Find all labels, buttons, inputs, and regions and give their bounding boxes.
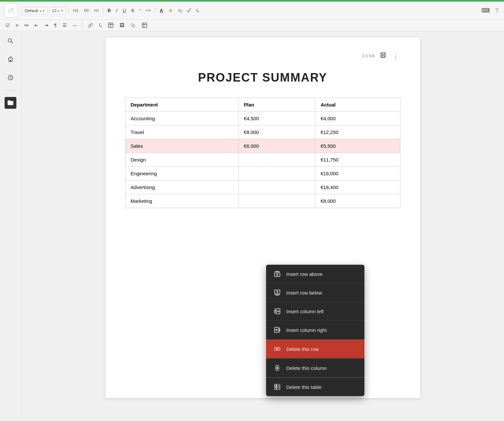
page-title: PROJECT SUMMARY	[125, 71, 400, 85]
keyboard-button[interactable]: ⌨	[480, 6, 492, 15]
quote-icon: "	[140, 8, 141, 13]
ctx-delete-table-label: Delete this table	[286, 384, 322, 390]
cell-actual: €12,250	[315, 125, 400, 139]
outdent-button[interactable]: ⇤	[33, 22, 40, 29]
insert-row-above-icon	[273, 269, 282, 278]
cell-actual: €4,000	[315, 112, 400, 125]
context-menu: Insert row above	[266, 265, 364, 396]
clear-format-icon: Ix	[196, 8, 199, 13]
superscript-button[interactable]: x2	[185, 7, 193, 14]
svg-rect-36	[274, 384, 280, 390]
delete-col-icon	[273, 363, 282, 373]
cell-dept: Marketing	[125, 194, 239, 208]
outdent-icon: ⇤	[34, 23, 38, 28]
indent-button[interactable]: ⇥	[43, 22, 50, 29]
h3-label: H3	[94, 9, 99, 12]
more-options-icon: ⋮	[392, 52, 399, 60]
delete-row-icon	[273, 344, 282, 354]
font-name-value: Default	[25, 8, 38, 13]
formula-button[interactable]: fx	[97, 21, 104, 29]
cell-plan: €4,500	[239, 112, 315, 125]
sidebar-item-search[interactable]	[5, 35, 16, 47]
cell-plan	[239, 181, 315, 194]
main-layout: 3.5 KB ⋮ PROJECT SUMMARY	[0, 31, 504, 421]
doc-file-size: 3.5 KB	[362, 53, 375, 58]
h2-button[interactable]: H2	[82, 7, 90, 14]
svg-rect-9	[381, 53, 385, 57]
ctx-delete-row-label: Delete this row	[286, 346, 319, 352]
bullet-list-icon: •≡	[24, 23, 29, 28]
toolbar-divider-2	[103, 7, 103, 14]
sidebar-item-home[interactable]	[5, 53, 16, 65]
svg-rect-3	[142, 23, 147, 28]
insert-table-button[interactable]	[140, 21, 149, 29]
table-header-row: Department Plan Actual	[125, 98, 400, 112]
h1-button[interactable]: H1	[71, 7, 80, 14]
align-button[interactable]: ☰	[61, 22, 68, 29]
indent-icon: ⇥	[44, 23, 48, 28]
attachment-button[interactable]: 📎	[128, 22, 137, 29]
cell-dept: Sales	[125, 139, 239, 153]
underline-icon: U	[123, 8, 126, 13]
link-button[interactable]: 🔗	[86, 22, 95, 29]
sidebar-item-history[interactable]	[5, 72, 16, 84]
formula-icon: fx	[99, 22, 102, 28]
table-row-selected: Sales €6,000 €5,500	[125, 139, 400, 153]
ordered-list-button[interactable]: ≡	[14, 22, 20, 29]
table-row: Advertising €18,400	[125, 181, 400, 194]
image-button[interactable]: 🖼	[118, 22, 126, 29]
ctx-delete-col[interactable]: Delete this column	[266, 359, 364, 377]
help-button[interactable]: ?	[494, 6, 500, 15]
paragraph-icon: ¶	[54, 23, 57, 28]
h3-button[interactable]: H3	[92, 8, 100, 13]
cell-plan: €8,000	[239, 125, 315, 139]
ctx-insert-row-below[interactable]: Insert row below	[266, 283, 364, 302]
highlight-button[interactable]: A	[167, 7, 175, 14]
svg-rect-10	[382, 53, 384, 54]
underline-button[interactable]: U	[121, 7, 127, 14]
quote-button[interactable]: "	[138, 7, 143, 14]
clear-format-button[interactable]: Ix	[195, 7, 201, 14]
ctx-insert-row-above[interactable]: Insert row above	[266, 265, 364, 283]
strikethrough-button[interactable]: S	[129, 7, 136, 14]
ctx-insert-col-right[interactable]: Insert column right	[266, 321, 364, 339]
data-table: Department Plan Actual Accounting €4,500…	[125, 98, 400, 208]
more-options-button[interactable]: ⋮	[391, 51, 400, 61]
h2-label: H2	[84, 8, 89, 13]
font-size-selector[interactable]: 13 ▲▼	[49, 7, 66, 14]
ctx-insert-row-above-label: Insert row above	[286, 271, 323, 277]
code-icon: <>	[146, 8, 151, 13]
checklist-icon: ☑	[6, 23, 10, 28]
h1-label: H1	[73, 8, 79, 13]
table-icon	[108, 22, 114, 28]
cell-dept: Design	[125, 153, 239, 167]
cell-plan	[239, 153, 315, 167]
table-row: Engineering €16,000	[125, 167, 400, 181]
code-button[interactable]: <>	[145, 7, 152, 14]
cell-dept: Engineering	[125, 167, 239, 181]
subscript-button[interactable]: x2	[177, 7, 184, 14]
toolbar-row-2: ☑ ≡ •≡ ⇤ ⇥ ¶ ☰ — 🔗 fx 🖼 📎	[0, 20, 504, 31]
table-button[interactable]	[106, 21, 115, 29]
font-name-selector[interactable]: Default ▲▼	[22, 7, 48, 14]
bullet-list-button[interactable]: •≡	[23, 22, 30, 29]
paragraph-button[interactable]: ¶	[52, 22, 58, 29]
bold-button[interactable]: B	[106, 7, 112, 14]
table-row: Marketing €8,000	[125, 194, 400, 208]
sidebar-item-folder[interactable]	[5, 97, 16, 109]
table-row: Travel €8,000 €12,250	[125, 125, 400, 139]
ctx-insert-col-left[interactable]: Insert column left	[266, 302, 364, 321]
font-color-button[interactable]: A	[158, 7, 165, 14]
hr-button[interactable]: —	[71, 22, 79, 29]
ctx-delete-row[interactable]: Delete this row	[266, 340, 364, 358]
italic-button[interactable]: I	[114, 7, 119, 14]
cell-actual: €8,000	[315, 194, 400, 208]
cell-actual: €18,400	[315, 181, 400, 194]
toolbar-row-1: 📄 Default ▲▼ 13 ▲▼ H1 H2 H3 B I U S " <>…	[0, 2, 504, 20]
col-actual: Actual	[315, 98, 400, 112]
subscript-icon: x2	[178, 8, 182, 13]
ctx-delete-table[interactable]: Delete this table	[266, 378, 364, 396]
image-icon: 🖼	[120, 23, 124, 28]
save-button[interactable]	[379, 51, 387, 61]
checklist-button[interactable]: ☑	[4, 22, 11, 29]
